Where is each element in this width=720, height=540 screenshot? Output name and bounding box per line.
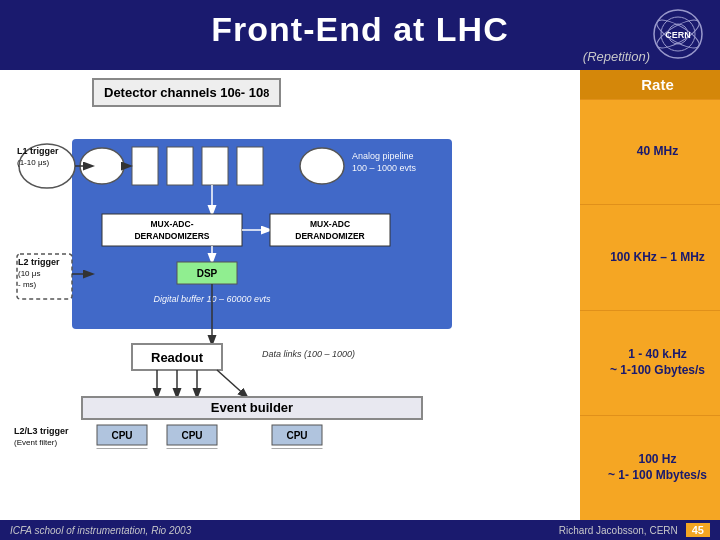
rate-section-2: 100 KHz – 1 MHz xyxy=(580,204,720,309)
l1-trigger-sublabel: (1-10 μs) xyxy=(17,158,50,167)
mux-adc-derandomizers-text2: DERANDOMIZERS xyxy=(134,231,209,241)
l2-trigger-sublabel2: - ms) xyxy=(18,280,37,289)
l2-trigger-sublabel1: (10 μs xyxy=(18,269,40,278)
rate-section-4: 100 Hz~ 1- 100 Mbytes/s xyxy=(580,415,720,520)
slide: Front-End at LHC CERN (Repetition) Detec… xyxy=(0,0,720,540)
slide-title: Front-End at LHC xyxy=(0,10,720,49)
l2-trigger-label: L2 trigger xyxy=(18,257,60,267)
cern-logo: CERN xyxy=(652,8,704,60)
l1-trigger-label: L1 trigger xyxy=(17,146,59,156)
l2l3-trigger-label: L2/L3 trigger xyxy=(14,426,69,436)
rate-section-1: 40 MHz xyxy=(580,99,720,204)
footer-left: ICFA school of instrumentation, Rio 2003 xyxy=(10,525,191,536)
footer-page: 45 xyxy=(686,523,710,537)
cpu-text-0-2: CPU xyxy=(286,430,307,441)
main-diagram-svg: Analog pipeline 100 – 1000 evts MUX-ADC-… xyxy=(12,109,572,449)
footer-right: Richard Jacobsson, CERN 45 xyxy=(559,523,710,537)
cpu-text-0-1: CPU xyxy=(181,430,202,441)
rate-value-4: 100 Hz~ 1- 100 Mbytes/s xyxy=(608,452,707,483)
repetition-label: (Repetition) xyxy=(0,49,720,64)
readout-text: Readout xyxy=(151,350,204,365)
detector-label-text: Detector channels 10 xyxy=(104,85,235,100)
svg-text:CERN: CERN xyxy=(665,30,691,40)
mux-adc-derandomizer-text2: DERANDOMIZER xyxy=(295,231,364,241)
event-builder-text: Event builder xyxy=(211,400,293,415)
footer-author: Richard Jacobsson, CERN xyxy=(559,525,678,536)
dsp-text: DSP xyxy=(197,268,218,279)
rate-section-3: 1 - 40 k.Hz~ 1-100 Gbytes/s xyxy=(580,310,720,415)
rate-column: Rate 40 MHz 100 KHz – 1 MHz 1 - 40 k.Hz~… xyxy=(580,70,720,520)
detector-channels-label: Detector channels 106 - 108 xyxy=(92,78,572,107)
data-links-text: Data links (100 – 1000) xyxy=(262,349,355,359)
analog-pipeline-evts: 100 – 1000 evts xyxy=(352,163,417,173)
cpu-text-0-0: CPU xyxy=(111,430,132,441)
footer: ICFA school of instrumentation, Rio 2003… xyxy=(0,520,720,540)
detector-block: Detector channels 106 - 108 xyxy=(92,78,281,107)
l2l3-trigger-sublabel: (Event filter) xyxy=(14,438,57,447)
pipeline-box-1 xyxy=(132,147,158,185)
oval-right xyxy=(300,148,344,184)
detector-dash: - 10 xyxy=(241,85,263,100)
rate-header: Rate xyxy=(580,70,720,99)
pipeline-box-2 xyxy=(167,147,193,185)
mux-adc-derandomizer-text1: MUX-ADC xyxy=(310,219,350,229)
header: Front-End at LHC CERN (Repetition) xyxy=(0,0,720,70)
rate-value-1: 40 MHz xyxy=(637,144,678,160)
pipeline-box-3 xyxy=(202,147,228,185)
diagram-area: Detector channels 106 - 108 xyxy=(0,70,580,520)
rate-value-3: 1 - 40 k.Hz~ 1-100 Gbytes/s xyxy=(610,347,705,378)
arrow-readout-down-4 xyxy=(217,370,247,397)
analog-pipeline-label: Analog pipeline xyxy=(352,151,414,161)
detector-exp8: 8 xyxy=(263,87,269,99)
diagram-svg-container: Analog pipeline 100 – 1000 evts MUX-ADC-… xyxy=(12,109,572,512)
pipeline-box-4 xyxy=(237,147,263,185)
main-content: Detector channels 106 - 108 xyxy=(0,70,720,520)
rate-value-2: 100 KHz – 1 MHz xyxy=(610,250,705,266)
mux-adc-derandomizers-text1: MUX-ADC- xyxy=(151,219,194,229)
